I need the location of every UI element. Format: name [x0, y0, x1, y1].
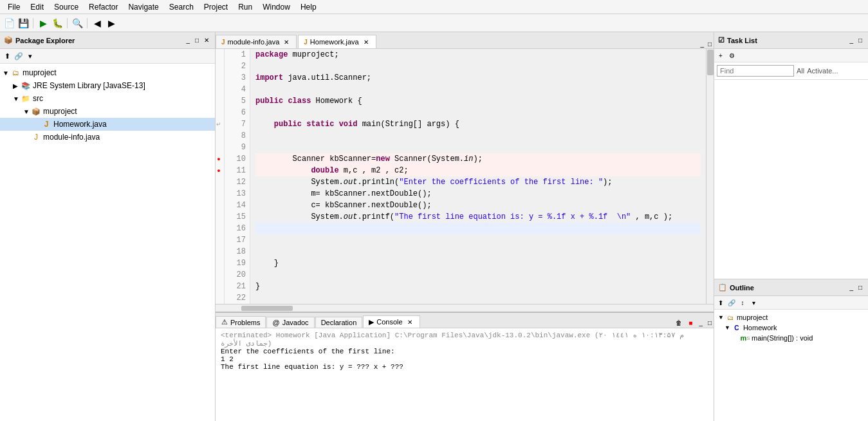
outline-sort-button[interactable]: ↕ [737, 297, 748, 308]
outline-item-muproject[interactable]: ▼ 🗂 muproject [717, 312, 865, 323]
tree-item-src[interactable]: ▼ 📁 src [0, 92, 215, 105]
homework-label: Homework.java [53, 120, 107, 129]
console-output-area: <terminated> Homework [Java Application]… [216, 328, 714, 421]
console-output-line-1: Enter the coefficients of the first line… [221, 348, 708, 355]
find-all-label[interactable]: All [797, 67, 804, 75]
menu-project[interactable]: Project [199, 1, 233, 13]
forward-button[interactable]: ▶ [105, 17, 118, 30]
run-button[interactable]: ▶ [37, 17, 50, 30]
maximize-panel-button[interactable]: □ [193, 36, 201, 44]
package-explorer-icon: 📦 [4, 36, 13, 44]
link-editor-button[interactable]: 🔗 [13, 50, 24, 62]
menu-run[interactable]: Run [233, 1, 257, 13]
menu-file[interactable]: File [3, 1, 25, 13]
menu-source[interactable]: Source [49, 1, 84, 13]
stop-button[interactable]: ■ [685, 317, 696, 328]
library-icon: 📚 [21, 80, 31, 91]
linenum-18: 18 [228, 246, 246, 257]
minimize-bottom-button[interactable]: _ [697, 317, 705, 328]
editor-maximize-button[interactable]: □ [706, 40, 714, 48]
maximize-outline-button[interactable]: □ [856, 283, 864, 292]
maximize-bottom-button[interactable]: □ [706, 317, 714, 328]
collapse-all-button[interactable]: ⬆ [1, 50, 13, 62]
tab-console[interactable]: ▶ Console ✕ [363, 315, 420, 328]
menu-help[interactable]: Help [295, 1, 322, 13]
menu-window[interactable]: Window [257, 1, 295, 13]
marker-15 [216, 211, 222, 223]
outline-filter-button[interactable]: ▾ [748, 297, 759, 308]
minimize-outline-button[interactable]: _ [847, 283, 855, 292]
tree-item-jre[interactable]: ▶ 📚 JRE System Library [JavaSE-13] [0, 79, 215, 92]
tree-item-muproject-package[interactable]: ▼ 📦 muproject [0, 105, 215, 118]
new-button[interactable]: 📄 [3, 17, 15, 30]
task-list-header: ☑ Task List _ □ [714, 32, 868, 49]
tree-item-moduleinfo[interactable]: J module-info.java [0, 131, 215, 144]
package-tree: ▼ 🗂 muproject ▶ 📚 JRE System Library [Ja… [0, 64, 215, 421]
linenum-2: 2 [228, 61, 246, 72]
task-new-button[interactable]: + [716, 50, 726, 61]
menu-navigate[interactable]: Navigate [123, 1, 163, 13]
debug-button[interactable]: 🐛 [51, 17, 64, 30]
code-line-20 [255, 269, 701, 281]
tab-javadoc[interactable]: @ Javadoc [266, 317, 314, 328]
outline-item-homework[interactable]: ▼ C Homework [717, 323, 865, 333]
expand-package-arrow[interactable]: ▼ [23, 108, 31, 115]
linenum-16: 16 [228, 223, 246, 234]
code-line-16 [255, 223, 701, 234]
task-settings-button[interactable]: ⚙ [726, 50, 737, 61]
tab-declaration[interactable]: Declaration [315, 317, 363, 328]
outline-controls: _ □ [847, 283, 864, 292]
tab-homework[interactable]: J Homework.java ✕ [298, 35, 376, 48]
linenum-1: 1 [228, 49, 246, 61]
code-line-11: double m,c , m2 , c2; [255, 165, 701, 176]
find-activate-label[interactable]: Activate... [807, 67, 838, 75]
clear-console-button[interactable]: 🗑 [674, 317, 684, 328]
outline-link-button[interactable]: 🔗 [726, 297, 737, 308]
minimize-tasklist-button[interactable]: _ [847, 36, 855, 44]
outline-project-icon: 🗂 [726, 313, 735, 322]
tab-module-info[interactable]: J module-info.java ✕ [216, 35, 297, 48]
expand-jre-arrow[interactable]: ▶ [13, 82, 21, 89]
moduleinfo-label: module-info.java [43, 133, 100, 142]
code-editor[interactable]: package muproject; import java.util.Scan… [250, 49, 706, 304]
back-button[interactable]: ◀ [91, 17, 104, 30]
task-find-input[interactable] [717, 65, 794, 77]
close-console-tab[interactable]: ✕ [405, 317, 414, 326]
minimize-panel-button[interactable]: _ [184, 36, 192, 44]
outline-collapse-button[interactable]: ⬆ [716, 297, 726, 308]
editor-vscrollbar[interactable] [706, 49, 714, 304]
marker-4 [216, 84, 222, 95]
close-homework-tab[interactable]: ✕ [362, 37, 371, 46]
view-menu-button[interactable]: ▾ [24, 50, 36, 62]
outline-item-main[interactable]: m S main(String[]) : void [717, 333, 865, 343]
main-container: 📦 Package Explorer _ □ ✕ ⬆ 🔗 ▾ ▼ 🗂 mupro… [0, 32, 868, 421]
linenum-21: 21 [228, 281, 246, 292]
expand-src-arrow[interactable]: ▼ [13, 95, 21, 102]
right-panel: ☑ Task List _ □ + ⚙ All Activate... [714, 32, 868, 421]
outline-toolbar: ⬆ 🔗 ↕ ▾ [714, 296, 868, 310]
close-panel-button[interactable]: ✕ [202, 36, 211, 44]
toolbar-sep-3 [87, 18, 88, 28]
menu-edit[interactable]: Edit [25, 1, 49, 13]
code-line-10: Scanner kbScanner=new Scanner(System.in)… [255, 153, 701, 165]
maximize-tasklist-button[interactable]: □ [856, 36, 864, 44]
task-find-bar: All Activate... [714, 62, 868, 80]
menu-refactor[interactable]: Refactor [84, 1, 123, 13]
search-button[interactable]: 🔍 [71, 17, 84, 30]
outline-header: 📋 Outline _ □ [714, 279, 868, 296]
editor-hscrollbar[interactable] [216, 304, 714, 312]
bottom-tabs: ⚠ Problems @ Javadoc Declaration ▶ Conso… [216, 313, 714, 328]
close-module-info-tab[interactable]: ✕ [282, 37, 291, 46]
code-line-19: } [255, 257, 701, 269]
save-button[interactable]: 💾 [17, 17, 30, 30]
tree-item-homework[interactable]: J Homework.java [0, 118, 215, 131]
tree-item-muproject[interactable]: ▼ 🗂 muproject [0, 66, 215, 79]
outline-class-icon: C [732, 323, 741, 332]
tab-problems[interactable]: ⚠ Problems [216, 316, 266, 328]
expand-muproject-arrow[interactable]: ▼ [3, 70, 10, 77]
editor-minimize-button[interactable]: _ [698, 40, 706, 48]
code-line-4 [255, 84, 701, 95]
linenum-5: 5 [228, 95, 246, 107]
marker-3 [216, 72, 222, 84]
menu-search[interactable]: Search [164, 1, 199, 13]
